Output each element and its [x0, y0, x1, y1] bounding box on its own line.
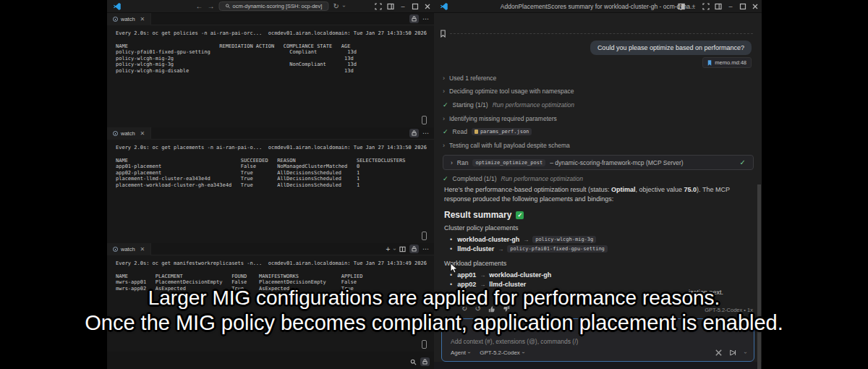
watch-icon: [113, 247, 118, 252]
nav-back-icon[interactable]: ←: [195, 3, 203, 10]
keyboard-lock-icon[interactable]: [409, 129, 419, 137]
find-icon[interactable]: [410, 359, 417, 365]
result-paragraph: Here’s the performance-based optimizatio…: [444, 185, 749, 204]
chevron-down-icon[interactable]: ›: [742, 352, 749, 354]
ran-label: Ran: [457, 159, 469, 166]
more-actions-icon[interactable]: ⋯: [422, 245, 430, 253]
arrow-icon: →: [523, 237, 529, 243]
json-file-icon: [475, 130, 478, 134]
vscode-logo-icon: [113, 2, 122, 11]
tab-watch-3[interactable]: watch ✕: [107, 243, 151, 255]
cluster-binding-item: llmd-cluster → policy-pfai01-fixed-gpu-s…: [450, 245, 608, 253]
window-title: AddonPlacementScores summary for workloa…: [501, 3, 695, 10]
tab-watch-2[interactable]: watch ✕: [107, 127, 151, 140]
cluster-binding-item: workload-cluster-gh → policy-wlcgh-mig-3…: [450, 236, 596, 243]
check-icon: ✓: [443, 175, 448, 182]
mcp-run-box[interactable]: › Ran optimize_optimize_post – dynamic-s…: [443, 155, 754, 170]
send-icon[interactable]: [729, 349, 738, 357]
chevron-down-icon: ›: [521, 352, 526, 353]
chevron-down-icon: ›: [467, 352, 472, 353]
conversation-divider: [450, 33, 753, 34]
command-center-search[interactable]: ocm-dynamic-scoring [SSH: ocp-dev]: [218, 1, 328, 11]
tab-close-icon[interactable]: ✕: [140, 246, 145, 253]
tab-label: watch: [121, 16, 135, 22]
chevron-right-icon: ›: [451, 159, 453, 166]
panel-toggle-icon[interactable]: [715, 3, 722, 10]
placements-table: NAME SUCCEEDED REASON SELECTEDCLUSTERS a…: [116, 158, 434, 188]
keyboard-lock-icon[interactable]: [409, 245, 419, 253]
user-message: Could you please optimize based on perfo…: [590, 41, 752, 55]
more-actions-icon[interactable]: ⋯: [422, 130, 430, 137]
nav-forward-icon[interactable]: →: [207, 3, 214, 10]
step-starting[interactable]: ✓ Starting (1/1) Run performance optimiz…: [443, 101, 574, 109]
bookmark-icon[interactable]: [440, 30, 446, 38]
tab-close-icon[interactable]: ✕: [140, 16, 145, 22]
minimize-icon[interactable]: –: [399, 3, 407, 10]
step-read-file[interactable]: ✓ Read params_perf.json: [443, 128, 532, 135]
step-identifying[interactable]: › Identifying missing required parameter…: [443, 115, 557, 122]
more-actions-icon[interactable]: ⋯: [422, 15, 430, 22]
scrollbar[interactable]: [757, 184, 761, 369]
terminal-pane-partial: [107, 352, 434, 369]
chat-input-placeholder: Add context (#), extensions (@), command…: [451, 338, 578, 345]
step-used-reference[interactable]: › Used 1 reference: [443, 75, 496, 82]
terminal-pane-placements: watch ✕ ⋯ Every 2.0s: oc get placements …: [107, 127, 434, 243]
restore-icon[interactable]: [412, 3, 419, 10]
memo-ref-label: memo.md:48: [715, 59, 746, 66]
tab-watch-1[interactable]: watch ✕: [107, 13, 151, 25]
green-check-emoji: ✓: [516, 211, 524, 219]
pane-handle-icon[interactable]: [422, 340, 427, 349]
left-titlebar: ← → ocm-dynamic-scoring [SSH: ocp-dev] ↻…: [107, 0, 434, 13]
result-summary-heading: Result summary ✓: [444, 210, 524, 220]
search-icon: [226, 4, 231, 9]
keyboard-lock-icon[interactable]: [409, 14, 419, 23]
search-title: ocm-dynamic-scoring [SSH: ocp-dev]: [233, 3, 323, 9]
caption-line-1: Larger MIG configurations are applied fo…: [0, 287, 868, 310]
tool-name-chip: optimize_optimize_post: [472, 159, 545, 166]
agent-mode-dropdown[interactable]: Agent ›: [451, 349, 469, 356]
customize-layout-icon[interactable]: [702, 3, 710, 10]
vscode-logo-icon: [440, 2, 448, 11]
step-testing[interactable]: › Testing call with full payload despite…: [443, 142, 570, 149]
close-icon[interactable]: [424, 3, 431, 10]
watch-header-manifestworks: Every 2.0s: oc get manifestworkreplicase…: [116, 260, 434, 267]
cluster-section-title: Cluster policy placements: [444, 224, 519, 232]
keyboard-lock-icon[interactable]: [420, 357, 430, 366]
minimize-icon[interactable]: –: [727, 3, 734, 10]
memo-reference-chip[interactable]: memo.md:48: [702, 57, 752, 68]
arrow-icon: →: [480, 272, 485, 279]
watch-icon: [113, 17, 118, 22]
pane-handle-icon[interactable]: [422, 116, 427, 124]
chevron-down-icon[interactable]: ›: [391, 248, 398, 250]
tab-label: watch: [121, 246, 135, 253]
step-deciding[interactable]: › Deciding optimize tool usage with name…: [443, 88, 574, 95]
step-completed[interactable]: ✓ Completed (1/1) Run performance optimi…: [443, 175, 583, 182]
panel-toggle-icon[interactable]: [387, 3, 394, 10]
model-dropdown[interactable]: GPT-5.2-Codex ›: [480, 349, 524, 356]
chevron-right-icon: ›: [443, 88, 445, 95]
pane3-tabbar: watch ✕ + › ⋯: [107, 243, 434, 255]
statusbar-strip: [434, 362, 762, 369]
layout-icon[interactable]: [375, 3, 382, 10]
check-icon: ✓: [443, 128, 448, 135]
check-icon: ✓: [443, 101, 448, 109]
close-icon[interactable]: [752, 3, 759, 10]
policies-table: NAME REMEDIATION ACTION COMPLIANCE STATE…: [116, 43, 434, 74]
tools-icon[interactable]: [715, 349, 723, 357]
arrow-icon: →: [498, 246, 503, 253]
pane-handle-icon[interactable]: [422, 232, 427, 240]
split-terminal-icon[interactable]: [399, 246, 406, 253]
caption-line-2: Once the MIG policy becomes compliant, a…: [0, 311, 868, 335]
chevron-right-icon: ›: [443, 142, 445, 149]
file-chip[interactable]: params_perf.json: [472, 128, 532, 135]
chevron-right-icon: ›: [443, 115, 445, 122]
tab-close-icon[interactable]: ✕: [140, 130, 145, 137]
chevron-down-icon[interactable]: ›: [341, 5, 348, 7]
new-terminal-icon[interactable]: +: [386, 245, 390, 253]
chevron-right-icon: ›: [443, 75, 445, 82]
sync-icon[interactable]: ↻: [333, 3, 339, 10]
watch-icon: [113, 131, 118, 136]
success-check-icon: ✓: [740, 158, 746, 166]
mcp-server-label: – dynamic-scoring-framework-mcp (MCP Ser…: [550, 159, 684, 166]
restore-icon[interactable]: [739, 3, 746, 10]
